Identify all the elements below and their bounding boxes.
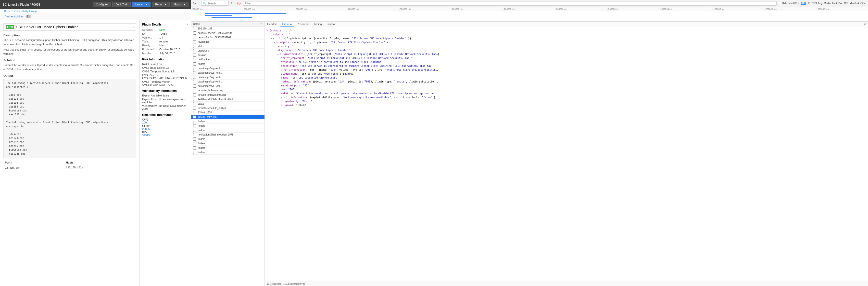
network-row-2limit[interactable]: 2?limit=2500 [191, 111, 265, 115]
network-row-checkbox[interactable] [193, 128, 196, 132]
network-row-nessus-csv[interactable]: nessus6.csv?v=1569535797902 [191, 31, 265, 35]
network-row-checkbox[interactable] [193, 84, 196, 88]
network-row-checkbox[interactable] [193, 62, 196, 65]
network-row-checkbox[interactable] [193, 31, 196, 35]
network-row-folders8[interactable]: folders [191, 150, 265, 155]
network-row-favicon[interactable]: favicon.ico [191, 40, 265, 44]
type-filter-media[interactable]: Media [824, 2, 831, 5]
network-row-checkbox[interactable] [193, 36, 196, 39]
json-expand-plugin-info[interactable] [281, 80, 283, 83]
edit-icon[interactable]: ✎ [187, 23, 188, 26]
network-row-glyphicons[interactable]: tenable-glyphicons.png [191, 88, 265, 93]
network-row-status2[interactable]: status [191, 102, 265, 106]
network-row-143[interactable]: 143?limit=2500&includeHostDet [191, 97, 265, 102]
stop-icon[interactable]: 🚫 [236, 1, 242, 6]
network-row-checkbox[interactable] [193, 49, 196, 52]
tab-vulnerabilities[interactable]: Vulnerabilities 12 [2, 13, 34, 20]
network-row-status1[interactable]: status [191, 44, 265, 49]
network-row-nessus-js[interactable]: nessus6.js?v=1569535797902 [191, 35, 265, 40]
network-row-checkbox[interactable] [193, 89, 196, 92]
tab-headers[interactable]: Headers [265, 22, 280, 27]
type-filter-img[interactable]: Img [818, 2, 823, 5]
type-filter-css[interactable]: CSS [812, 2, 817, 5]
network-row-checkbox[interactable] [193, 146, 196, 149]
reload-icon[interactable]: ↻ [230, 1, 235, 6]
network-row-checkbox[interactable] [193, 124, 196, 127]
network-row-checkbox[interactable] [193, 151, 196, 154]
hide-data-urls-checkbox[interactable] [778, 2, 781, 5]
tab-initiator[interactable]: Initiator [324, 22, 338, 27]
type-filter-other[interactable]: Other [860, 2, 867, 5]
font-size-adjust[interactable]: .↑ [197, 2, 200, 5]
json-expand-outputs2[interactable]: ▼ [274, 41, 279, 44]
devtools-filter-input[interactable] [245, 2, 775, 5]
type-filter-js[interactable]: JS [807, 2, 810, 5]
cwe-link[interactable]: 200 [142, 121, 188, 124]
json-expand-outputs-arr[interactable] [271, 33, 273, 36]
network-row-svg3[interactable]: data:image/svg+xml... [191, 75, 265, 80]
expand-icon[interactable]: › [133, 26, 134, 28]
network-row-checkbox[interactable] [193, 27, 196, 30]
network-row-checkbox[interactable] [193, 40, 196, 44]
network-row-formats[interactable]: formats?schedule_id=143 [191, 106, 265, 111]
network-row-ip[interactable]: 192.168.1.89 [191, 27, 265, 31]
network-row-folders6[interactable]: folders [191, 141, 265, 146]
network-row-svg5[interactable]: data:image/svg+xml... [191, 84, 265, 88]
network-row-checkbox[interactable] [193, 133, 196, 136]
network-row-checkbox[interactable] [193, 102, 196, 105]
network-row-checkbox[interactable] [193, 142, 196, 145]
network-row-folders2[interactable]: folders [191, 119, 265, 124]
type-filter-manifest[interactable]: Manifest [849, 2, 859, 5]
network-row-checkbox[interactable] [193, 80, 196, 83]
network-row-svg1[interactable]: data:image/svg+xml... [191, 66, 265, 71]
cert-link[interactable]: 958563 [142, 127, 188, 131]
network-row-checkbox[interactable] [193, 93, 196, 96]
network-row-checkbox[interactable] [193, 120, 196, 123]
tab-timing[interactable]: Timing [311, 22, 324, 27]
network-row-checkbox[interactable] [193, 76, 196, 79]
network-row-folders5[interactable]: folders [191, 137, 265, 141]
back-to-vulnerability-group-link[interactable]: ‹ Back to Vulnerability Group [0, 9, 191, 13]
network-row-checkbox[interactable] [193, 107, 196, 110]
network-row-notifications1[interactable]: notifications [191, 57, 265, 62]
host-link-icon[interactable]: ⧉ [82, 166, 84, 169]
network-row-svg4[interactable]: data:image/svg+xml... [191, 80, 265, 84]
launch-button[interactable]: Launch [132, 2, 151, 7]
response-close-icon[interactable]: ✕ [862, 22, 868, 27]
network-row-checkbox[interactable] [193, 115, 196, 119]
type-filter-xhr[interactable]: XHR [801, 2, 806, 5]
network-row-checkbox[interactable] [193, 138, 196, 141]
network-row-fontawesome[interactable]: tenable-fontawesome.png [191, 93, 265, 97]
network-row-notifications2[interactable]: notifications?last_modified=1578 [191, 133, 265, 137]
hide-data-urls-label[interactable]: Hide data URLs [778, 2, 799, 5]
network-row-session[interactable]: session [191, 53, 265, 57]
close-network-detail-icon[interactable]: ✕ [260, 23, 262, 25]
json-expand-vuln-info[interactable] [281, 96, 283, 99]
network-row-folders1[interactable]: folders [191, 62, 265, 66]
bid-link[interactable]: 32319 [142, 134, 188, 137]
json-expand-ref-info[interactable] [281, 68, 283, 71]
network-row-folders3[interactable]: folders [191, 124, 265, 128]
tab-preview[interactable]: Preview [280, 22, 294, 27]
network-row-checkbox[interactable] [193, 45, 196, 48]
network-row-checkbox[interactable] [193, 58, 196, 61]
configure-button[interactable]: Configure [93, 2, 111, 7]
report-button[interactable]: Report [152, 2, 169, 7]
port-col-header[interactable]: Port ↑ [3, 160, 64, 165]
audit-trail-button[interactable]: Audit Trail [112, 2, 131, 7]
network-row-checkbox[interactable] [193, 111, 196, 114]
network-row-checkbox[interactable] [193, 67, 196, 70]
network-row-70658-selected[interactable]: 70658?limit=2500 [191, 115, 265, 119]
type-filter-ws[interactable]: WS [844, 2, 848, 5]
network-row-folders4[interactable]: folders [191, 128, 265, 133]
json-expand-outputs[interactable] [267, 29, 270, 32]
network-row-checkbox[interactable] [193, 98, 196, 101]
type-filter-doc[interactable]: Doc [838, 2, 843, 5]
tab-response[interactable]: Response [294, 22, 312, 27]
type-filter-font[interactable]: Font [832, 2, 837, 5]
export-button[interactable]: Export [171, 2, 188, 7]
network-row-svg2[interactable]: data:image/svg+xml... [191, 71, 265, 75]
json-expand-info[interactable]: ▼ [271, 37, 275, 40]
devtools-search-input[interactable] [207, 2, 227, 5]
network-row-properties[interactable]: properties [191, 49, 265, 53]
